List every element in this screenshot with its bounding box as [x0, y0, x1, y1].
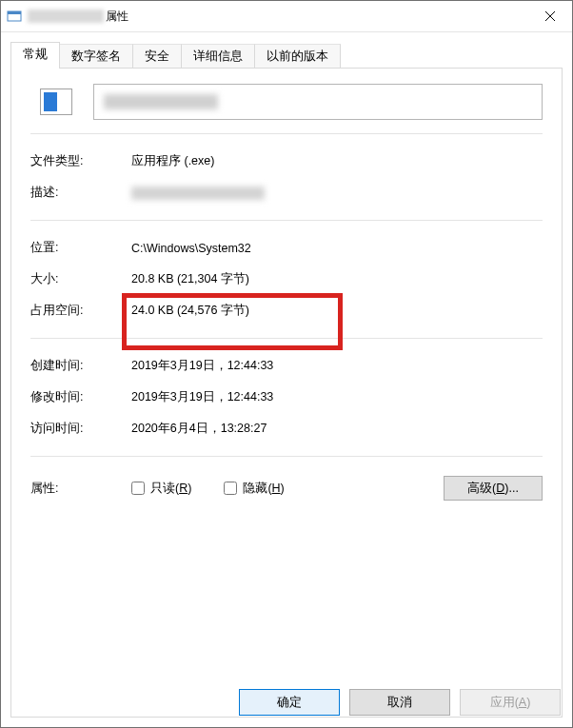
advanced-button[interactable]: 高级(D)...: [444, 476, 543, 501]
apply-button: 应用(A): [460, 689, 561, 716]
close-button[interactable]: [528, 1, 572, 31]
checkbox-hidden[interactable]: 隐藏(H): [224, 481, 284, 497]
cancel-button-label: 取消: [387, 696, 412, 709]
tab-panel-general: 文件类型: 应用程序 (.exe) 描述: 位置: C:\Windows\Sys…: [10, 68, 563, 718]
checkbox-readonly[interactable]: 只读(R): [131, 481, 191, 497]
description-redacted: [131, 187, 265, 200]
label-file-type: 文件类型:: [30, 153, 131, 169]
svg-rect-1: [8, 11, 21, 14]
value-created: 2019年3月19日，12:44:33: [131, 358, 543, 374]
row-file-type: 文件类型: 应用程序 (.exe): [30, 146, 543, 177]
panel-inner: 文件类型: 应用程序 (.exe) 描述: 位置: C:\Windows\Sys…: [11, 69, 562, 518]
tab-label: 以前的版本: [267, 49, 328, 63]
tab-previous-versions[interactable]: 以前的版本: [254, 44, 341, 69]
tab-signatures[interactable]: 数字签名: [59, 44, 133, 69]
row-modified: 修改时间: 2019年3月19日，12:44:33: [30, 382, 543, 413]
label-size: 大小:: [30, 271, 131, 287]
label-accessed: 访问时间:: [30, 421, 131, 437]
value-modified: 2019年3月19日，12:44:33: [131, 389, 543, 405]
tab-strip: 常规 数字签名 安全 详细信息 以前的版本: [1, 32, 572, 68]
value-accessed: 2020年6月4日，13:28:27: [131, 421, 543, 437]
close-icon: [545, 11, 555, 21]
row-accessed: 访问时间: 2020年6月4日，13:28:27: [30, 413, 543, 444]
file-name-redacted: [104, 94, 218, 109]
label-modified: 修改时间:: [30, 389, 131, 405]
app-icon: [7, 9, 22, 24]
row-size-on-disk: 占用空间: 24.0 KB (24,576 字节): [30, 295, 543, 326]
row-description: 描述:: [30, 177, 543, 208]
window-title: 属性: [28, 9, 128, 25]
separator: [30, 338, 543, 339]
file-name-row: [30, 82, 543, 122]
tab-label: 详细信息: [193, 49, 243, 63]
row-location: 位置: C:\Windows\System32: [30, 232, 543, 264]
checkbox-hidden-label: 隐藏(H): [243, 481, 284, 497]
file-type-icon: [36, 82, 76, 122]
cancel-button[interactable]: 取消: [349, 689, 450, 716]
row-size: 大小: 20.8 KB (21,304 字节): [30, 264, 543, 295]
tab-label: 常规: [23, 48, 48, 61]
separator: [30, 133, 543, 134]
title-bar: 属性: [1, 1, 572, 32]
dialog-button-bar: 确定 取消 应用(A): [239, 689, 561, 716]
value-size-on-disk: 24.0 KB (24,576 字节): [131, 303, 543, 319]
checkbox-readonly-label: 只读(R): [150, 481, 191, 497]
label-created: 创建时间:: [30, 358, 131, 374]
label-description: 描述:: [30, 185, 131, 201]
separator: [30, 220, 543, 221]
value-file-type: 应用程序 (.exe): [131, 153, 543, 169]
value-description: [131, 187, 543, 200]
tab-details[interactable]: 详细信息: [181, 44, 255, 69]
separator: [30, 456, 543, 457]
tab-label: 安全: [145, 49, 169, 63]
properties-dialog: 属性 常规 数字签名 安全 详细信息 以前的版本: [0, 0, 573, 728]
row-attributes: 属性: 只读(R) 隐藏(H) 高级(D)...: [30, 468, 543, 508]
checkbox-readonly-input[interactable]: [131, 482, 145, 495]
value-size: 20.8 KB (21,304 字节): [131, 271, 543, 287]
tab-security[interactable]: 安全: [132, 44, 182, 69]
label-size-on-disk: 占用空间:: [30, 303, 131, 319]
value-location: C:\Windows\System32: [131, 242, 543, 255]
tab-label: 数字签名: [71, 49, 121, 63]
title-redacted: [28, 10, 104, 23]
label-location: 位置:: [30, 240, 131, 256]
tab-general[interactable]: 常规: [10, 42, 60, 69]
file-name-input[interactable]: [93, 84, 543, 120]
ok-button[interactable]: 确定: [239, 689, 340, 716]
checkbox-hidden-input[interactable]: [224, 482, 237, 495]
row-created: 创建时间: 2019年3月19日，12:44:33: [30, 350, 543, 382]
ok-button-label: 确定: [277, 696, 302, 709]
title-bar-left: 属性: [7, 9, 128, 25]
label-attributes: 属性:: [30, 481, 131, 497]
